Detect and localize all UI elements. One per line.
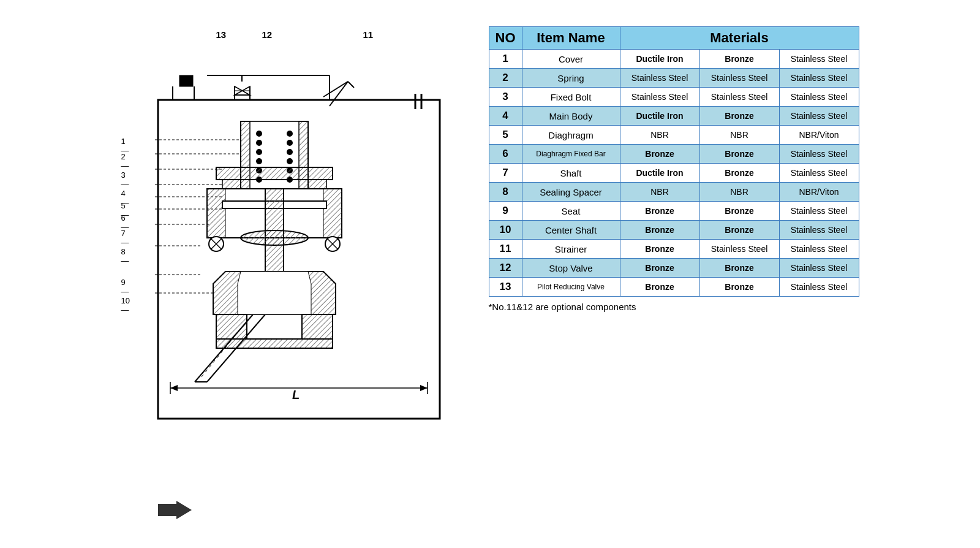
svg-point-28	[287, 140, 293, 146]
svg-point-23	[256, 149, 262, 155]
row-name-10: Center Shaft	[522, 221, 620, 240]
row-name-7: Shaft	[522, 164, 620, 183]
row-no-9: 9	[489, 202, 522, 221]
row-no-7: 7	[489, 164, 522, 183]
row-mat3-5: NBR/Viton	[779, 126, 859, 145]
row-mat2-4: Bronze	[699, 107, 779, 126]
row-mat1-7: Ductile Iron	[620, 164, 699, 183]
svg-rect-1	[179, 75, 193, 86]
row-mat2-1: Bronze	[699, 50, 779, 69]
table-row: 4Main BodyDuctile IronBronzeStainless St…	[489, 107, 859, 126]
diagram-area: 13 12 11 1 — 2 — 3 — 4 — 5 — 6 — 7 — 8 —…	[121, 26, 464, 522]
table-row: 7ShaftDuctile IronBronzeStainless Steel	[489, 164, 859, 183]
label-13: 13	[216, 29, 227, 40]
row-mat2-12: Bronze	[699, 259, 779, 278]
row-mat1-5: NBR	[620, 126, 699, 145]
row-mat2-6: Bronze	[699, 145, 779, 164]
row-no-11: 11	[489, 240, 522, 259]
row-mat2-3: Stainless Steel	[699, 88, 779, 107]
svg-marker-59	[238, 272, 311, 314]
row-no-10: 10	[489, 221, 522, 240]
row-mat2-8: NBR	[699, 183, 779, 202]
table-row: 2SpringStainless SteelStainless SteelSta…	[489, 69, 859, 88]
row-name-2: Spring	[522, 69, 620, 88]
flow-arrow	[158, 501, 464, 522]
row-no-5: 5	[489, 126, 522, 145]
row-name-11: Strainer	[522, 240, 620, 259]
row-mat3-6: Stainless Steel	[779, 145, 859, 164]
row-mat3-9: Stainless Steel	[779, 202, 859, 221]
row-no-4: 4	[489, 107, 522, 126]
svg-line-13	[323, 82, 348, 97]
svg-point-51	[241, 230, 308, 245]
table-area: NO Item Name Materials 1CoverDuctile Iro…	[489, 26, 859, 312]
table-row: 1CoverDuctile IronBronzeStainless Steel	[489, 50, 859, 69]
row-mat1-6: Bronze	[620, 145, 699, 164]
svg-rect-48	[323, 189, 342, 238]
table-row: 11StrainerBronzeStainless SteelStainless…	[489, 240, 859, 259]
row-mat3-3: Stainless Steel	[779, 88, 859, 107]
row-no-6: 6	[489, 145, 522, 164]
row-name-13: Pilot Reducing Valve	[522, 278, 620, 297]
label-11: 11	[363, 29, 374, 40]
row-mat3-7: Stainless Steel	[779, 164, 859, 183]
row-mat3-12: Stainless Steel	[779, 259, 859, 278]
row-mat1-12: Bronze	[620, 259, 699, 278]
svg-point-27	[287, 131, 293, 137]
svg-point-22	[256, 140, 262, 146]
label-12: 12	[262, 29, 273, 40]
svg-point-21	[256, 131, 262, 137]
row-name-6: Diaghragm Fixed Bar	[522, 145, 620, 164]
row-mat3-4: Stainless Steel	[779, 107, 859, 126]
svg-point-29	[287, 149, 293, 155]
svg-marker-71	[420, 385, 428, 391]
svg-rect-47	[207, 189, 225, 238]
materials-table: NO Item Name Materials 1CoverDuctile Iro…	[489, 26, 859, 297]
row-name-8: Sealing Spacer	[522, 183, 620, 202]
row-mat3-1: Stainless Steel	[779, 50, 859, 69]
table-row: 3Fixed BoltStainless SteelStainless Stee…	[489, 88, 859, 107]
row-mat1-3: Stainless Steel	[620, 88, 699, 107]
svg-rect-62	[216, 339, 333, 348]
row-name-4: Main Body	[522, 107, 620, 126]
footnote: *No.11&12 are optional components	[489, 302, 859, 312]
row-mat1-10: Bronze	[620, 221, 699, 240]
table-row: 13Pilot Reducing ValveBronzeBronzeStainl…	[489, 278, 859, 297]
row-mat2-2: Stainless Steel	[699, 69, 779, 88]
row-no-12: 12	[489, 259, 522, 278]
table-row: 10Center ShaftBronzeBronzeStainless Stee…	[489, 221, 859, 240]
row-mat3-10: Stainless Steel	[779, 221, 859, 240]
row-name-9: Seat	[522, 202, 620, 221]
row-name-1: Cover	[522, 50, 620, 69]
row-mat2-13: Bronze	[699, 278, 779, 297]
row-mat3-8: NBR/Viton	[779, 183, 859, 202]
table-row: 8Sealing SpacerNBRNBRNBR/Viton	[489, 183, 859, 202]
row-no-13: 13	[489, 278, 522, 297]
row-mat2-5: NBR	[699, 126, 779, 145]
row-name-3: Fixed Bolt	[522, 88, 620, 107]
svg-rect-43	[216, 167, 333, 180]
row-mat1-1: Ductile Iron	[620, 50, 699, 69]
row-mat2-10: Bronze	[699, 221, 779, 240]
technical-diagram: L	[121, 63, 464, 492]
row-mat1-13: Bronze	[620, 278, 699, 297]
row-mat3-11: Stainless Steel	[779, 240, 859, 259]
row-no-3: 3	[489, 88, 522, 107]
table-row: 12Stop ValveBronzeBronzeStainless Steel	[489, 259, 859, 278]
row-mat2-11: Stainless Steel	[699, 240, 779, 259]
row-mat1-2: Stainless Steel	[620, 69, 699, 88]
table-row: 9SeatBronzeBronzeStainless Steel	[489, 202, 859, 221]
svg-rect-44	[222, 180, 241, 189]
header-no: NO	[489, 27, 522, 50]
svg-marker-74	[158, 501, 192, 519]
svg-line-14	[348, 82, 354, 88]
row-name-12: Stop Valve	[522, 259, 620, 278]
row-mat1-11: Bronze	[620, 240, 699, 259]
svg-line-15	[330, 82, 348, 106]
header-name: Item Name	[522, 27, 620, 50]
row-mat1-8: NBR	[620, 183, 699, 202]
row-mat1-9: Bronze	[620, 202, 699, 221]
svg-rect-45	[308, 180, 326, 189]
main-container: 13 12 11 1 — 2 — 3 — 4 — 5 — 6 — 7 — 8 —…	[109, 14, 872, 534]
svg-point-30	[287, 158, 293, 164]
